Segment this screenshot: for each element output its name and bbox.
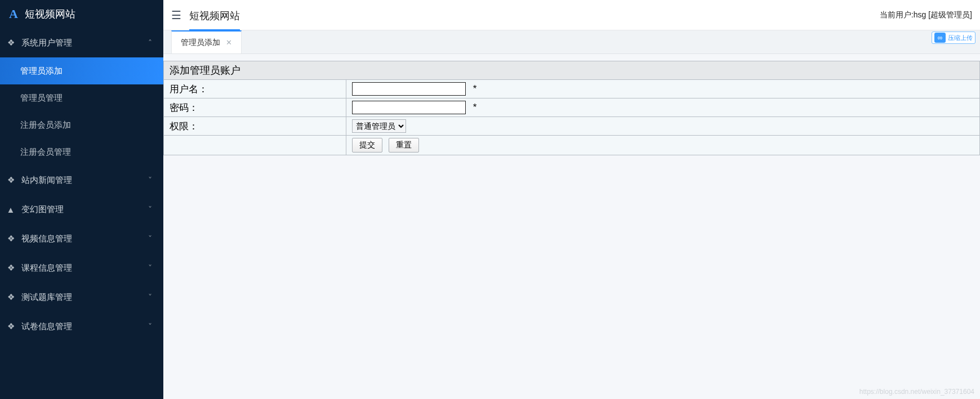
sidebar-item-admin-manage[interactable]: 管理员管理 <box>0 84 163 111</box>
chevron-down-icon: ˅ <box>148 205 152 214</box>
upload-badge[interactable]: ∞ 压缩上传 <box>932 32 975 44</box>
username-input[interactable] <box>352 82 466 96</box>
chevron-down-icon: ˅ <box>148 293 152 302</box>
tab-bar: 管理员添加 ✕ <box>163 30 980 54</box>
submit-button[interactable]: 提交 <box>352 138 382 153</box>
password-cell: * <box>346 98 980 117</box>
admin-add-form-table: 添加管理员账户 用户名： * 密码： * 权限： 普通管理员 <box>163 61 980 155</box>
sidebar-item-member-manage[interactable]: 注册会员管理 <box>0 138 163 165</box>
upload-badge-label: 压缩上传 <box>948 34 973 42</box>
sidebar-group-label: 视频信息管理 <box>21 234 142 244</box>
cube-icon: ❖ <box>6 234 16 244</box>
required-mark: * <box>473 83 477 94</box>
main-content: ☰ 短视频网站 当前用户:hsg [超级管理员] ∞ 压缩上传 管理员添加 ✕ … <box>163 0 980 399</box>
current-user-label: 当前用户:hsg [超级管理员] <box>880 10 972 20</box>
sidebar-item-admin-add[interactable]: 管理员添加 <box>0 57 163 84</box>
sidebar-group-news[interactable]: ❖ 站内新闻管理 ˅ <box>0 165 163 195</box>
hamburger-icon[interactable]: ☰ <box>171 8 181 22</box>
sidebar-group-label: 试卷信息管理 <box>21 321 142 332</box>
tab-label: 管理员添加 <box>181 38 220 48</box>
cube-icon: ❖ <box>6 38 16 48</box>
sidebar-group-quiz[interactable]: ❖ 测试题库管理 ˅ <box>0 283 163 312</box>
form-header: 添加管理员账户 <box>164 61 980 80</box>
close-icon[interactable]: ✕ <box>226 38 232 47</box>
sidebar-group-label: 测试题库管理 <box>21 292 142 303</box>
cube-icon: ❖ <box>6 263 16 273</box>
sidebar-group-label: 系统用户管理 <box>21 38 142 48</box>
sidebar-title: 短视频网站 <box>25 7 75 21</box>
sidebar-group-course[interactable]: ❖ 课程信息管理 ˅ <box>0 253 163 283</box>
password-label: 密码： <box>164 98 346 117</box>
logo-icon: A <box>9 7 18 21</box>
topbar: ☰ 短视频网站 当前用户:hsg [超级管理员] <box>163 0 980 30</box>
cube-icon: ❖ <box>6 292 16 302</box>
sidebar-group-video[interactable]: ❖ 视频信息管理 ˅ <box>0 224 163 253</box>
chevron-down-icon: ˅ <box>148 263 152 272</box>
password-input[interactable] <box>352 101 466 114</box>
sidebar-header: A 短视频网站 <box>0 0 163 28</box>
username-label: 用户名： <box>164 80 346 98</box>
chevron-down-icon: ˅ <box>148 176 152 185</box>
required-mark: * <box>473 102 477 113</box>
cube-icon: ❖ <box>6 321 16 331</box>
username-cell: * <box>346 80 980 98</box>
sidebar-group-label: 课程信息管理 <box>21 263 142 274</box>
cloud-icon: ∞ <box>934 33 946 43</box>
sidebar-item-member-add[interactable]: 注册会员添加 <box>0 111 163 138</box>
sidebar-group-exam[interactable]: ❖ 试卷信息管理 ˅ <box>0 312 163 341</box>
role-select[interactable]: 普通管理员 <box>352 119 406 133</box>
chevron-down-icon: ˅ <box>148 322 152 331</box>
role-label: 权限： <box>164 117 346 136</box>
role-cell: 普通管理员 <box>346 117 980 136</box>
sidebar-submenu-system-users: 管理员添加 管理员管理 注册会员添加 注册会员管理 <box>0 57 163 165</box>
chevron-down-icon: ˅ <box>148 234 152 243</box>
sidebar-group-system-users[interactable]: ❖ 系统用户管理 ˄ <box>0 28 163 57</box>
breadcrumb: 短视频网站 <box>189 9 240 30</box>
form-pane: 添加管理员账户 用户名： * 密码： * 权限： 普通管理员 <box>163 54 980 399</box>
sidebar-group-label: 变幻图管理 <box>21 204 142 215</box>
sidebar-group-label: 站内新闻管理 <box>21 175 142 186</box>
sidebar: A 短视频网站 ❖ 系统用户管理 ˄ 管理员添加 管理员管理 注册会员添加 注册… <box>0 0 163 399</box>
buttons-cell: 提交 重置 <box>346 136 980 155</box>
chevron-up-icon: ˄ <box>148 38 152 47</box>
tab-admin-add[interactable]: 管理员添加 ✕ <box>171 30 242 53</box>
empty-label-cell <box>164 136 346 155</box>
user-icon: ▲ <box>6 205 16 214</box>
cube-icon: ❖ <box>6 175 16 185</box>
reset-button[interactable]: 重置 <box>389 138 419 153</box>
sidebar-group-carousel[interactable]: ▲ 变幻图管理 ˅ <box>0 195 163 224</box>
